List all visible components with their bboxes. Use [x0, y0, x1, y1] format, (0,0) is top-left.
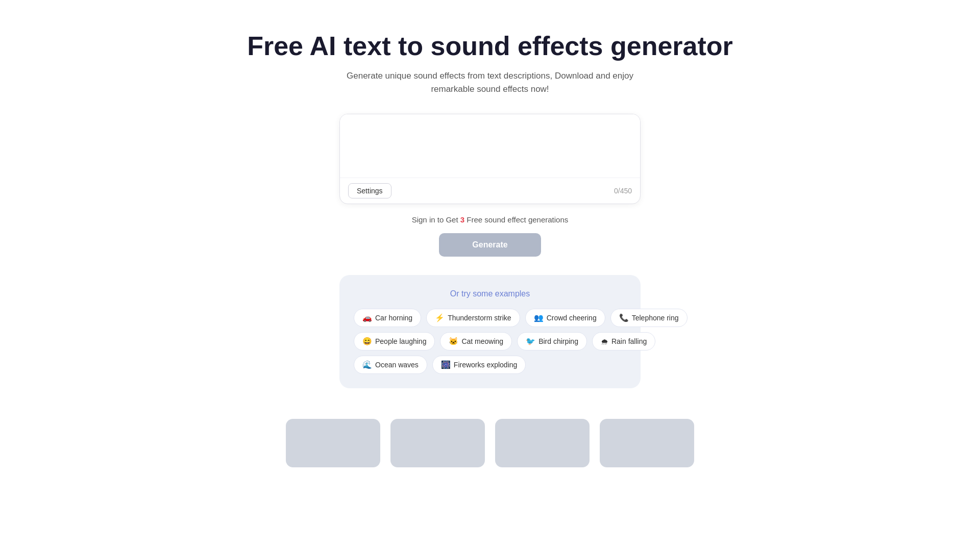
generate-button[interactable]: Generate [439, 233, 541, 257]
ocean-icon: 🌊 [362, 360, 372, 369]
example-chip-bird-chirping[interactable]: 🐦 Bird chirping [517, 332, 587, 350]
example-chip-people-laughing[interactable]: 😄 People laughing [354, 332, 435, 350]
char-count: 0/450 [614, 187, 632, 195]
example-chip-telephone-ring[interactable]: 📞 Telephone ring [610, 309, 688, 327]
chip-label: Ocean waves [375, 361, 419, 369]
fireworks-icon: 🎆 [441, 360, 451, 369]
example-chip-rain-falling[interactable]: 🌧 Rain falling [592, 332, 655, 350]
rain-icon: 🌧 [601, 337, 608, 346]
placeholder-card-3 [495, 419, 590, 467]
page-container: Free AI text to sound effects generator … [0, 0, 980, 488]
page-subtitle: Generate unique sound effects from text … [337, 69, 643, 95]
input-card-footer: Settings 0/450 [340, 178, 640, 204]
sign-in-text: Sign in to Get 3 Free sound effect gener… [412, 215, 569, 224]
sign-in-count: 3 [460, 215, 464, 224]
examples-grid: 🚗 Car horning ⚡ Thunderstorm strike 👥 Cr… [354, 309, 626, 374]
chip-label: Thunderstorm strike [448, 314, 511, 322]
examples-title: Or try some examples [354, 289, 626, 298]
chip-label: Fireworks exploding [454, 361, 518, 369]
placeholder-card-2 [390, 419, 485, 467]
chip-label: People laughing [375, 337, 426, 345]
thunder-icon: ⚡ [435, 313, 445, 322]
input-card: Settings 0/450 [339, 114, 641, 204]
examples-row-1: 🚗 Car horning ⚡ Thunderstorm strike 👥 Cr… [354, 309, 626, 327]
page-title: Free AI text to sound effects generator [247, 31, 733, 61]
bird-icon: 🐦 [526, 337, 535, 346]
car-icon: 🚗 [362, 313, 372, 322]
sign-in-after: Free sound effect generations [464, 215, 568, 224]
chip-label: Rain falling [611, 337, 647, 345]
chip-label: Car horning [375, 314, 412, 322]
examples-row-3: 🌊 Ocean waves 🎆 Fireworks exploding [354, 356, 626, 374]
placeholder-cards-row [286, 419, 694, 467]
example-chip-cat-meowing[interactable]: 🐱 Cat meowing [440, 332, 512, 350]
chip-label: Bird chirping [538, 337, 578, 345]
chip-label: Cat meowing [461, 337, 503, 345]
phone-icon: 📞 [619, 313, 629, 322]
placeholder-card-4 [600, 419, 694, 467]
cat-icon: 🐱 [449, 337, 458, 346]
placeholder-card-1 [286, 419, 380, 467]
chip-label: Crowd cheering [547, 314, 597, 322]
example-chip-ocean-waves[interactable]: 🌊 Ocean waves [354, 356, 427, 374]
example-chip-fireworks[interactable]: 🎆 Fireworks exploding [432, 356, 526, 374]
laugh-icon: 😄 [362, 337, 372, 346]
crowd-icon: 👥 [534, 313, 544, 322]
example-chip-car-horning[interactable]: 🚗 Car horning [354, 309, 421, 327]
sign-in-before: Sign in to Get [412, 215, 460, 224]
example-chip-thunderstorm[interactable]: ⚡ Thunderstorm strike [426, 309, 520, 327]
examples-row-2: 😄 People laughing 🐱 Cat meowing 🐦 Bird c… [354, 332, 626, 350]
chip-label: Telephone ring [632, 314, 679, 322]
example-chip-crowd-cheering[interactable]: 👥 Crowd cheering [525, 309, 605, 327]
settings-button[interactable]: Settings [348, 183, 391, 198]
examples-card: Or try some examples 🚗 Car horning ⚡ Thu… [339, 275, 641, 388]
prompt-input[interactable] [340, 114, 640, 176]
